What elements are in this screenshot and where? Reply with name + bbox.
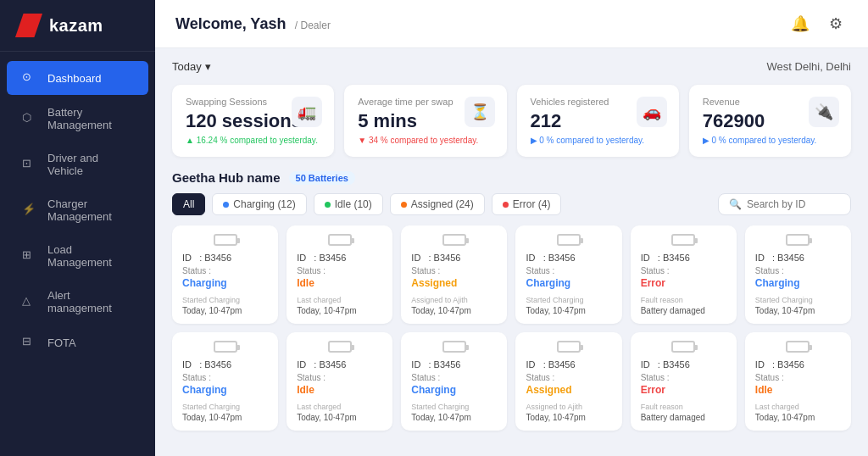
chevron-down-icon: ▾ <box>205 60 211 73</box>
card-status-label: Status : <box>182 266 268 275</box>
search-input[interactable] <box>747 198 840 210</box>
card-meta-value: Today, 10·47pm <box>182 306 268 315</box>
sidebar-label-load: Load Management <box>47 243 133 269</box>
location-text: West Delhi, Delhi <box>767 60 851 73</box>
logo-text: kazam <box>49 16 103 36</box>
battery-card-icon-area <box>755 234 841 246</box>
time-stat-change: ▼ 34 % compared to yesterday. <box>358 136 492 145</box>
sidebar-label-driver: Driver and Vehicle <box>47 152 133 177</box>
card-meta-value: Today, 10·47pm <box>182 413 268 422</box>
card-status-label: Status : <box>297 266 382 275</box>
error-dot <box>503 202 509 208</box>
card-id: ID : B3456 <box>182 359 268 370</box>
battery-card[interactable]: ID : B3456 Status : Error Fault reason B… <box>631 225 737 324</box>
card-status-label: Status : <box>297 373 382 382</box>
search-icon: 🔍 <box>729 198 742 210</box>
error-tab-label: Error (4) <box>513 198 551 210</box>
battery-card-icon-area <box>182 234 268 246</box>
load-nav-icon: ⊞ <box>22 248 37 264</box>
card-meta-label: Fault reason <box>641 403 726 411</box>
card-meta-value: Today, 10·47pm <box>297 306 382 315</box>
battery-card-icon-area <box>641 341 726 353</box>
card-status-label: Status : <box>755 373 841 382</box>
sidebar-item-alert[interactable]: △ Alert management <box>7 280 148 324</box>
battery-card[interactable]: ID : B3456 Status : Assigned Assigned to… <box>401 225 507 324</box>
battery-card[interactable]: ID : B3456 Status : Charging Started Cha… <box>172 225 278 324</box>
settings-icon[interactable]: ⚙ <box>824 12 848 36</box>
card-meta-label: Fault reason <box>641 296 726 304</box>
stat-card-revenue: 🔌 Revenue 762900 ▶ 0 % compared to yeste… <box>689 85 851 157</box>
card-meta-value: Today, 10·47pm <box>755 413 841 422</box>
vehicles-stat-icon: 🚗 <box>637 97 667 127</box>
filter-tab-error[interactable]: Error (4) <box>492 193 562 215</box>
battery-card[interactable]: ID : B3456 Status : Idle Last charged To… <box>287 332 392 431</box>
battery-card[interactable]: ID : B3456 Status : Charging Started Cha… <box>172 332 278 431</box>
battery-card[interactable]: ID : B3456 Status : Idle Last charged To… <box>287 225 392 324</box>
filter-tab-all[interactable]: All <box>172 193 205 215</box>
sidebar-item-load[interactable]: ⊞ Load Management <box>7 234 148 278</box>
card-meta-value: Today, 10·47pm <box>411 413 497 422</box>
card-meta-label: Started Charging <box>182 296 268 304</box>
card-meta-label: Started Charging <box>411 403 497 411</box>
today-filter-button[interactable]: Today ▾ <box>172 60 211 73</box>
battery-count-badge: 50 Batteries <box>289 171 355 185</box>
battery-top-icon <box>328 234 352 246</box>
card-status-label: Status : <box>526 373 611 382</box>
sidebar-item-driver[interactable]: ⊡ Driver and Vehicle <box>7 142 148 186</box>
card-id: ID : B3456 <box>411 253 497 263</box>
battery-card[interactable]: ID : B3456 Status : Charging Started Cha… <box>401 332 507 431</box>
filter-tab-idle[interactable]: Idle (10) <box>314 193 383 215</box>
battery-grid-row1: ID : B3456 Status : Charging Started Cha… <box>172 225 851 324</box>
revenue-stat-change: ▶ 0 % compared to yesterday. <box>703 136 837 145</box>
card-status-value: Charging <box>182 384 268 396</box>
battery-card[interactable]: ID : B3456 Status : Charging Started Cha… <box>745 225 851 324</box>
card-status-value: Charging <box>526 277 611 289</box>
welcome-text: Welcome, Yash <box>175 15 286 32</box>
card-status-value: Idle <box>755 384 841 396</box>
search-box[interactable]: 🔍 <box>718 193 851 215</box>
revenue-stat-icon: 🔌 <box>809 97 839 127</box>
battery-top-icon <box>214 341 237 353</box>
battery-card-icon-area <box>755 341 841 353</box>
card-id: ID : B3456 <box>297 359 382 370</box>
main-content: Welcome, Yash / Dealer 🔔 ⚙ Today ▾ West … <box>155 0 868 456</box>
sidebar-item-battery[interactable]: ⬡ Battery Management <box>7 97 148 141</box>
battery-nav-icon: ⬡ <box>22 111 37 126</box>
battery-card[interactable]: ID : B3456 Status : Idle Last charged To… <box>745 332 851 431</box>
battery-top-icon <box>442 341 466 353</box>
charger-nav-icon: ⚡ <box>22 203 37 218</box>
card-meta-value: Battery damaged <box>641 306 726 315</box>
battery-card-icon-area <box>411 341 497 353</box>
battery-card[interactable]: ID : B3456 Status : Error Fault reason B… <box>631 332 737 431</box>
swapping-stat-change: ▲ 16.24 % compared to yesterday. <box>186 136 320 145</box>
card-id: ID : B3456 <box>755 253 841 263</box>
assigned-dot <box>401 202 407 208</box>
filter-tab-assigned[interactable]: Assigned (24) <box>390 193 485 215</box>
card-meta-label: Started Charging <box>182 403 268 411</box>
charging-tab-label: Charging (12) <box>233 198 295 210</box>
filter-tab-charging[interactable]: Charging (12) <box>212 193 306 215</box>
card-status-value: Error <box>641 384 726 396</box>
sidebar: kazam ⊙ Dashboard⬡ Battery Management⊡ D… <box>0 0 155 456</box>
card-status-label: Status : <box>641 373 726 382</box>
all-tab-label: All <box>183 198 194 210</box>
hub-name: Geetha Hub name <box>172 170 281 185</box>
card-status-value: Assigned <box>526 384 611 396</box>
card-meta-label: Last charged <box>755 403 841 411</box>
sidebar-item-charger[interactable]: ⚡ Charger Management <box>7 188 148 232</box>
today-label: Today <box>172 60 202 73</box>
battery-card[interactable]: ID : B3456 Status : Assigned Assigned to… <box>515 332 621 431</box>
battery-card-icon-area <box>182 341 268 353</box>
sidebar-label-dashboard: Dashboard <box>47 72 102 85</box>
card-status-value: Idle <box>297 384 382 396</box>
sidebar-item-fota[interactable]: ⊟ FOTA <box>7 325 148 359</box>
card-meta-label: Started Charging <box>755 296 841 304</box>
sidebar-item-dashboard[interactable]: ⊙ Dashboard <box>7 61 148 95</box>
card-status-label: Status : <box>641 266 726 275</box>
card-meta-value: Today, 10·47pm <box>411 306 497 315</box>
battery-grid-row2: ID : B3456 Status : Charging Started Cha… <box>172 332 851 431</box>
battery-top-icon <box>557 234 581 246</box>
battery-card[interactable]: ID : B3456 Status : Charging Started Cha… <box>515 225 621 324</box>
notification-icon[interactable]: 🔔 <box>788 12 812 36</box>
battery-top-icon <box>442 234 466 246</box>
